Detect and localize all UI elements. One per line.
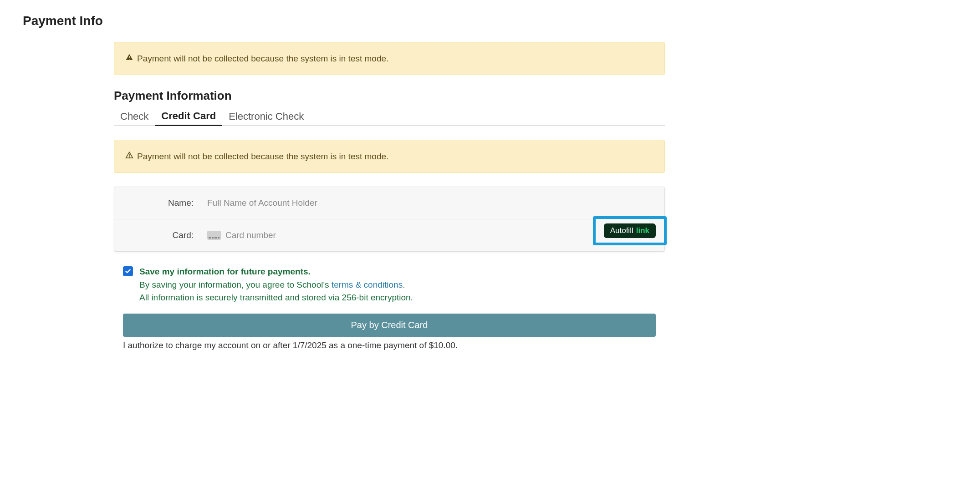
autofill-highlight: Autofill link [593, 216, 667, 245]
save-info-checkbox[interactable] [123, 266, 133, 276]
name-row: Name: [114, 187, 664, 219]
save-info-title: Save my information for future payments. [139, 267, 311, 276]
card-row: Card: Autofill link [114, 219, 664, 251]
save-info-line2a: By saving your information, you agree to… [139, 280, 332, 289]
section-title: Payment Information [114, 89, 665, 103]
card-icon [207, 231, 221, 240]
pay-by-credit-card-button[interactable]: Pay by Credit Card [123, 314, 656, 337]
name-label: Name: [125, 198, 207, 208]
payment-tabs: Check Credit Card Electronic Check [114, 107, 665, 126]
authorize-text: I authorize to charge my account on or a… [114, 340, 665, 350]
tab-credit-card[interactable]: Credit Card [155, 107, 222, 126]
save-info-line2b: . [403, 280, 405, 289]
test-mode-alert-top: Payment will not be collected because th… [114, 42, 665, 75]
svg-rect-1 [129, 59, 130, 60]
card-number-input[interactable] [225, 228, 653, 243]
autofill-text: Autofill [610, 226, 633, 235]
card-panel: Name: Card: Autofill link [114, 187, 665, 252]
save-info-line3: All information is securely transmitted … [139, 293, 413, 302]
warning-icon [125, 151, 133, 162]
terms-link[interactable]: terms & conditions [332, 280, 403, 289]
alert-text: Payment will not be collected because th… [137, 54, 388, 64]
test-mode-alert-inner: Payment will not be collected because th… [114, 140, 665, 173]
svg-rect-0 [129, 56, 130, 58]
svg-point-3 [129, 157, 129, 157]
save-info-section: Save my information for future payments.… [114, 265, 665, 314]
warning-icon [125, 53, 133, 64]
tab-check[interactable]: Check [114, 107, 155, 126]
page-title: Payment Info [23, 14, 957, 28]
autofill-link-button[interactable]: Autofill link [604, 223, 656, 238]
card-label: Card: [125, 230, 207, 240]
alert-text: Payment will not be collected because th… [137, 152, 388, 162]
content-column: Payment will not be collected because th… [114, 42, 665, 350]
tab-electronic-check[interactable]: Electronic Check [222, 107, 310, 126]
autofill-link-text: link [636, 226, 649, 235]
name-input[interactable] [207, 195, 653, 211]
